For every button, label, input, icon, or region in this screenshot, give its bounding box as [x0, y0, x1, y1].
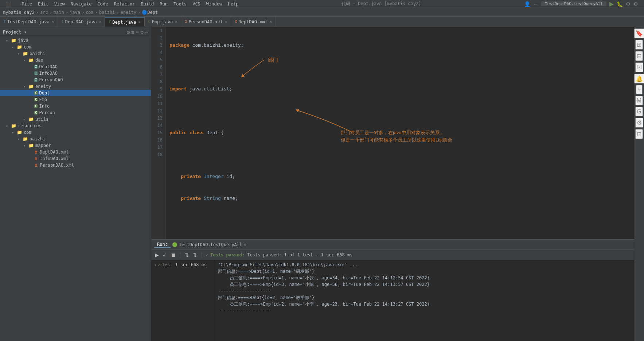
tree-item-info[interactable]: C Info: [0, 103, 151, 109]
output-line-3: 员工信息:====>Emp{id=3, name='小陈', age=56, b…: [218, 281, 631, 288]
tree-item-com[interactable]: ▾ 📁 com: [0, 44, 151, 50]
run-name[interactable]: TestDeptDAO.testQueryAll: [179, 242, 242, 247]
tab-deptdaoxml[interactable]: X DeptDAO.xml ×: [231, 17, 276, 27]
bc-main[interactable]: main: [54, 10, 64, 15]
tree-item-mapper[interactable]: ▾ 📁 mapper: [0, 142, 151, 149]
tree-item-eneity[interactable]: ▾ 📁 eneity: [0, 83, 151, 90]
back-button[interactable]: ←: [533, 1, 538, 7]
menu-vcs[interactable]: VCS: [190, 1, 203, 7]
tree-item-dept[interactable]: C Dept: [0, 90, 151, 96]
menu-window[interactable]: Window: [203, 1, 225, 7]
tree-item-rbaizhi[interactable]: ▾ 📁 baizhi: [0, 136, 151, 142]
run-button[interactable]: ▶: [609, 0, 614, 7]
tree-item-rcom[interactable]: ▾ 📁 com: [0, 129, 151, 136]
tab-close-deptdaoxml[interactable]: ×: [270, 20, 272, 24]
tree-label-person: Person: [39, 110, 151, 115]
rt-bookmark-button[interactable]: 🔖: [634, 28, 644, 38]
filter-button[interactable]: ⇅: [192, 252, 198, 258]
tab-close-persondaoxml[interactable]: ×: [225, 20, 227, 24]
rt-maven-button[interactable]: M: [635, 96, 643, 105]
menu-file[interactable]: File: [19, 1, 35, 7]
rt-terminal-button[interactable]: ⊡: [635, 129, 643, 139]
editor-area: 1 2 3 4 5 6 7 8 9 10 11 12 13 14 15 16 1: [151, 27, 634, 239]
bc-dept[interactable]: 🔵: [142, 10, 147, 15]
menu-edit[interactable]: Edit: [35, 1, 51, 7]
rt-settings-button[interactable]: ⚙: [635, 118, 643, 128]
tab-close-testdeptdao[interactable]: ×: [52, 20, 54, 24]
sidebar-sync-icon[interactable]: ≡: [131, 29, 134, 35]
coverage-button[interactable]: ⚙: [626, 1, 631, 7]
run-rerun-button[interactable]: ✓: [162, 252, 168, 258]
bc-baizhi[interactable]: baizhi: [99, 10, 115, 15]
bc-src[interactable]: src: [40, 10, 48, 15]
bc-java[interactable]: java: [70, 10, 80, 15]
rt-structure-button[interactable]: ⊞: [635, 40, 643, 50]
tab-close-dept[interactable]: ×: [138, 20, 140, 24]
tab-emp[interactable]: C Emp.java ×: [145, 17, 182, 27]
folder-icon-com: 📁: [17, 44, 22, 50]
rt-todo-button[interactable]: ☑: [635, 62, 643, 72]
menu-view[interactable]: View: [51, 1, 68, 7]
rt-gradle-button[interactable]: G: [635, 107, 643, 116]
tree-item-java[interactable]: ▾ 📁 java: [0, 37, 151, 44]
code-content[interactable]: package com.baizhi.eneity; import java.u…: [166, 27, 634, 239]
sort-button[interactable]: ⇅: [184, 252, 190, 258]
rt-hierarchy-button[interactable]: ⊟: [635, 51, 643, 61]
tab-deptdao[interactable]: I DeptDAO.java ×: [58, 17, 105, 27]
bc-dept-label[interactable]: Dept: [147, 10, 158, 15]
run-close-icon[interactable]: ×: [243, 242, 246, 247]
menu-build[interactable]: Build: [138, 1, 157, 7]
rt-notifications-button[interactable]: 🔔: [634, 74, 644, 84]
tab-close-emp[interactable]: ×: [175, 20, 177, 24]
tree-item-person[interactable]: C Person: [0, 109, 151, 116]
tree-item-dao[interactable]: ▾ 📁 dao: [0, 57, 151, 63]
line-numbers: 1 2 3 4 5 6 7 8 9 10 11 12 13 14 15 16 1: [151, 27, 166, 239]
run-play-button[interactable]: ▶: [154, 252, 160, 258]
menu-bar: ⬛ File Edit View Navigate Code Refactor …: [0, 0, 644, 8]
tree-item-resources[interactable]: ▾ 📁 resources: [0, 123, 151, 129]
sidebar-title: Project ▾: [3, 30, 127, 35]
bc-eneity[interactable]: eneity: [121, 10, 136, 15]
tree-item-infodaoxml[interactable]: 🗎 InfoDAO.xml: [0, 155, 151, 162]
tree-item-persondaoxml-res[interactable]: 🗎 PersonDAO.xml: [0, 162, 151, 168]
code-container[interactable]: 1 2 3 4 5 6 7 8 9 10 11 12 13 14 15 16 1: [151, 27, 634, 239]
tree-label-persondao: PersonDAO: [39, 77, 151, 82]
user-icon[interactable]: 👤: [524, 1, 530, 7]
menu-tools[interactable]: Tools: [171, 1, 190, 7]
xml-icon-deptdaoxml: 🗎: [34, 150, 38, 155]
expand-arrow-java: ▾: [6, 39, 11, 43]
menu-run[interactable]: Run: [157, 1, 171, 7]
tab-close-deptdao[interactable]: ×: [99, 20, 101, 24]
settings-button[interactable]: ⚙: [633, 1, 638, 7]
sidebar-gear-icon[interactable]: ⚙: [127, 29, 130, 35]
tree-label-utils: utils: [35, 117, 151, 122]
sidebar-gear2-icon[interactable]: ⚙: [140, 29, 143, 35]
menu-help[interactable]: Help: [225, 1, 241, 7]
tab-dept[interactable]: C Dept.java ×: [105, 17, 144, 27]
run-stop-button[interactable]: ⏹: [170, 252, 176, 258]
menu-code[interactable]: Code: [95, 1, 111, 7]
tab-persondaoxml[interactable]: X PersonDAO.xml ×: [181, 17, 231, 27]
tree-item-deptdaoxml[interactable]: 🗎 DeptDAO.xml: [0, 149, 151, 155]
tree-item-deptdao[interactable]: I DeptDAO: [0, 63, 151, 70]
run-test-item[interactable]: ▾ ✓ Tes: 1 sec 668 ms: [151, 261, 215, 268]
code-line-1: package com.baizhi.eneity;: [169, 42, 634, 49]
bc-com[interactable]: com: [86, 10, 94, 15]
debug-button[interactable]: 🐛: [617, 1, 623, 7]
run-tab-label[interactable]: Run:: [154, 242, 171, 248]
tree-item-infodao[interactable]: I InfoDAO: [0, 70, 151, 77]
run-config-dropdown[interactable]: TestDeptDAO.testQueryAll: [541, 1, 606, 6]
rt-git-button[interactable]: ⑂: [636, 85, 643, 94]
menu-refactor[interactable]: Refactor: [111, 1, 138, 7]
sidebar-settings-icon[interactable]: ≈: [136, 29, 139, 35]
tab-testdeptdao[interactable]: T TestDeptDAO.java ×: [0, 17, 58, 27]
bc-project[interactable]: mybatis_day2: [3, 10, 35, 15]
tree-item-emp[interactable]: C Emp: [0, 96, 151, 103]
tree-item-baizhi[interactable]: ▾ 📁 baizhi: [0, 50, 151, 57]
code-line-10: // 对象 关系属性: [169, 239, 634, 239]
menu-navigate[interactable]: Navigate: [68, 1, 95, 7]
sidebar-tree: ▾ 📁 java ▾ 📁 com ▾ 📁 baizhi: [0, 37, 151, 341]
tree-item-utils[interactable]: ▸ 📁 utils: [0, 116, 151, 123]
sidebar-minimize-icon[interactable]: ─: [145, 29, 148, 35]
tree-item-persondao[interactable]: I PersonDAO: [0, 77, 151, 83]
